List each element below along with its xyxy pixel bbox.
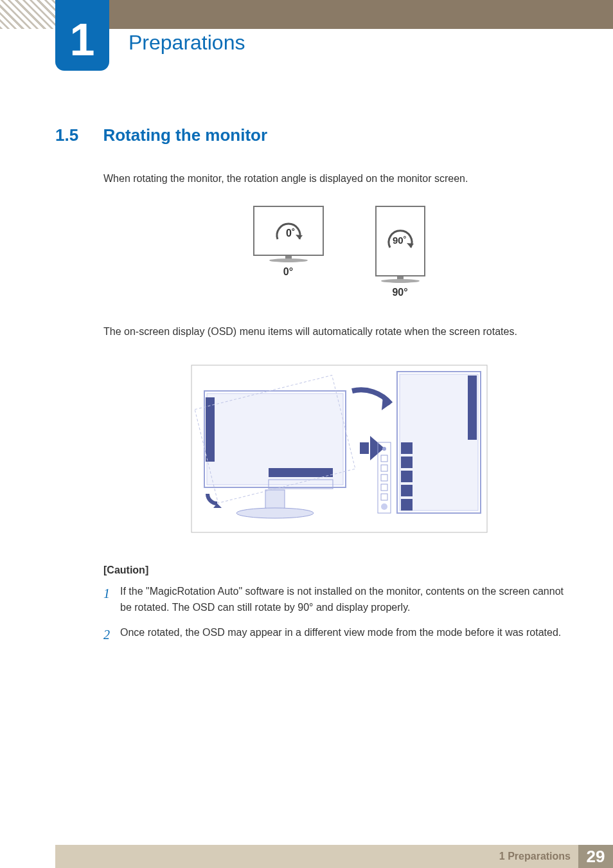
list-text: If the "MagicRotation Auto" software is …	[120, 584, 574, 616]
monitor-portrait-icon: 90˚	[375, 206, 425, 276]
header-bar	[55, 0, 613, 29]
svg-rect-29	[401, 485, 413, 496]
svg-marker-13	[370, 436, 384, 460]
monitor-portrait-figure: 90˚ 90°	[375, 206, 425, 298]
list-text: Once rotated, the OSD may appear in a di…	[120, 625, 561, 645]
osd-rotation-diagram	[103, 359, 574, 539]
footer-bar: 1 Preparations 29	[55, 845, 613, 868]
intro-paragraph: When rotating the monitor, the rotation …	[103, 171, 574, 186]
svg-point-9	[236, 508, 314, 518]
content-area: 1.5 Rotating the monitor When rotating t…	[55, 125, 574, 654]
svg-marker-0	[296, 235, 303, 239]
caution-label: [Caution]	[103, 565, 574, 576]
svg-rect-8	[265, 490, 285, 509]
svg-rect-27	[401, 457, 413, 468]
svg-rect-21	[381, 475, 387, 481]
svg-rect-26	[401, 442, 413, 454]
hatch-decoration	[0, 0, 55, 29]
svg-rect-28	[401, 471, 413, 482]
angle-0-inside-text: 0˚	[286, 228, 295, 239]
section-title: Rotating the monitor	[103, 125, 267, 145]
list-item: 1 If the "MagicRotation Auto" software i…	[103, 584, 574, 616]
list-number: 2	[103, 625, 120, 645]
svg-rect-6	[269, 468, 333, 477]
chapter-number: 1	[70, 14, 95, 66]
osd-note-paragraph: The on-screen display (OSD) menu items w…	[103, 324, 574, 339]
svg-rect-30	[401, 499, 413, 511]
svg-rect-12	[360, 442, 369, 454]
monitor-landscape-icon: 0˚	[253, 206, 324, 256]
section-heading: 1.5 Rotating the monitor	[55, 125, 574, 145]
footer-chapter-label: 1 Preparations	[499, 851, 571, 862]
list-number: 1	[103, 584, 120, 616]
svg-rect-20	[381, 465, 387, 471]
svg-rect-5	[206, 397, 215, 462]
monitor-landscape-figure: 0˚ 0°	[253, 206, 324, 298]
svg-rect-17	[378, 442, 391, 513]
svg-rect-16	[468, 375, 477, 440]
svg-rect-22	[381, 484, 387, 491]
svg-rect-23	[381, 494, 387, 500]
angle-0-label: 0°	[283, 266, 293, 278]
svg-rect-19	[381, 455, 387, 462]
svg-marker-1	[407, 243, 414, 248]
svg-point-18	[382, 447, 386, 451]
rotation-angle-figure: 0˚ 0° 90˚ 90°	[103, 206, 574, 298]
caution-list: 1 If the "MagicRotation Auto" software i…	[103, 584, 574, 645]
angle-90-inside-text: 90˚	[393, 235, 407, 246]
section-number: 1.5	[55, 125, 100, 145]
list-item: 2 Once rotated, the OSD may appear in a …	[103, 625, 574, 645]
chapter-number-tab: 1	[55, 0, 109, 71]
angle-90-label: 90°	[392, 287, 407, 298]
page-number: 29	[578, 845, 613, 868]
chapter-title: Preparations	[129, 31, 245, 55]
svg-point-24	[381, 503, 387, 510]
